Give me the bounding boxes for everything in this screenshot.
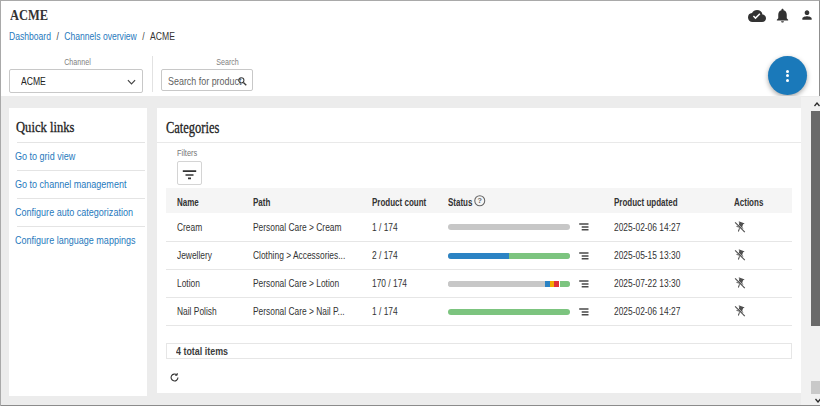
svg-text:?: ? [478, 197, 482, 205]
